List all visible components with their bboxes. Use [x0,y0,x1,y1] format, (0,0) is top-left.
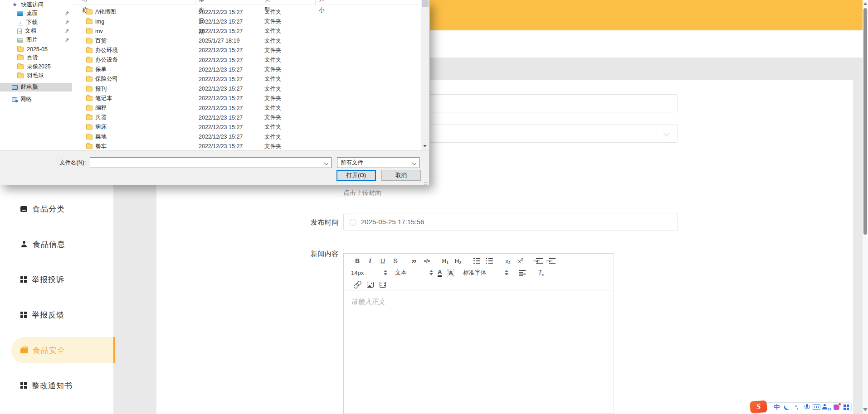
column-header[interactable]: 名称 [82,0,88,5]
scroll-down-arrow-icon[interactable] [423,145,427,147]
link-icon[interactable] [351,279,364,290]
file-row[interactable]: 百货2025/1/27 18:19文件夹 [73,36,415,46]
publish-time-label: 发布时间 [254,218,339,227]
filename-input[interactable] [92,158,321,167]
italic-icon[interactable]: I [364,255,376,266]
dialog-nav-item[interactable]: 百货 [0,53,72,62]
video-icon[interactable] [376,279,389,290]
dialog-nav-item[interactable]: 录像2025 [0,63,72,71]
clean-icon[interactable]: Tx [535,267,547,278]
folder-icon [86,135,93,140]
background-icon[interactable]: A [447,269,454,277]
skin-icon[interactable] [831,403,841,411]
file-name: 病床 [95,123,107,131]
dialog-scrollbar[interactable] [421,0,429,150]
font-picker-value: 标准字体 [463,269,487,277]
chevron-down-icon[interactable] [324,161,329,165]
file-row[interactable]: img2022/12/23 15:27文件夹 [73,17,415,26]
ordered-list-icon[interactable] [470,255,483,266]
strike-icon[interactable]: S [389,255,402,266]
cancel-button[interactable]: 取消 [381,170,421,181]
sidebar-item[interactable]: 举报反馈 [0,302,113,328]
column-header[interactable]: 大小 [319,0,325,5]
folder-icon [86,58,93,63]
file-row[interactable]: 菜地2022/12/23 15:27文件夹 [73,132,415,142]
header1-icon[interactable]: H1 [439,255,452,266]
file-row[interactable]: 保险公司2022/12/23 15:27文件夹 [73,74,415,84]
superscript-icon[interactable]: x2 [514,255,527,266]
dialog-scrollbar-thumb[interactable] [422,0,429,7]
file-row[interactable]: mv2022/12/23 15:27文件夹 [73,26,415,36]
blockquote-icon[interactable]: ” [408,255,420,266]
page-scrollbar-thumb[interactable] [863,8,867,235]
outdent-icon[interactable] [533,255,546,266]
size-picker[interactable]: 14px [351,267,389,278]
download-icon [17,19,23,25]
punctuation-icon[interactable]: °, [792,403,802,411]
column-header[interactable]: 类型 [264,0,270,5]
bold-icon-glyph: B [355,257,360,265]
ime-mode-toggle[interactable]: 中 [772,403,782,411]
file-row[interactable]: 办公设备2022/12/23 15:27文件夹 [73,55,415,65]
dialog-nav-item[interactable]: 快速访问 [0,0,72,9]
sidebar-item[interactable]: 整改通知书 [0,372,113,399]
keyboard-icon[interactable] [812,403,822,411]
folder-icon [86,87,93,91]
sidebar-item[interactable]: 举报投诉 [0,266,113,293]
file-row[interactable]: 笔记本2022/12/23 15:27文件夹 [73,94,415,103]
sidebar-item[interactable]: 食品信息 [0,231,113,257]
dialog-nav-item[interactable]: 桌面 [0,9,72,18]
dialog-nav-item[interactable]: 图片 [0,36,72,44]
file-row[interactable]: A轮播图2022/12/23 15:27文件夹 [73,7,415,17]
resize-grip[interactable] [426,182,427,183]
dialog-nav-label: 桌面 [26,10,38,17]
dialog-nav-item[interactable]: 羽毛球 [0,72,72,80]
file-row[interactable]: 保单2022/12/23 15:27文件夹 [73,65,415,74]
link-icon [354,281,361,288]
dialog-nav-label: 网络 [20,96,32,103]
dialog-nav-item[interactable]: 下载 [0,18,72,27]
dialog-nav-label: 下载 [26,19,38,26]
toolbox-grid-icon[interactable] [841,403,851,411]
dialog-nav-item[interactable]: 网络 [0,95,72,104]
editor-placeholder[interactable]: 请输入正文 [351,298,385,306]
underline-icon[interactable]: U [376,255,389,266]
upload-caption[interactable]: 点击上传封面 [343,189,381,197]
filetype-select[interactable]: 所有文件 [337,157,419,168]
sidebar-item[interactable]: 食品分类 [0,196,113,222]
file-row[interactable]: 病床2022/12/23 15:27文件夹 [73,122,415,132]
file-row[interactable]: 编程2022/12/23 15:27文件夹 [73,103,415,113]
sidebar-item[interactable]: 食品安全 [0,337,113,363]
indent-icon[interactable] [546,255,558,266]
code-icon[interactable]: </> [420,255,433,266]
scroll-down-arrow-icon[interactable] [863,408,868,411]
filename-combobox[interactable] [90,157,332,168]
font-picker[interactable]: 标准字体 [463,267,510,278]
dialog-nav-item[interactable]: 此电脑 [0,83,72,91]
image-icon[interactable] [364,279,376,290]
open-button[interactable]: 打开(O) [336,170,376,181]
microphone-icon[interactable] [802,403,812,411]
file-row[interactable]: 餐车2022/12/23 15:27文件夹 [73,142,415,151]
color-icon[interactable]: A [438,269,442,277]
file-row[interactable]: 办公环境2022/12/23 15:27文件夹 [73,46,415,55]
ime-badge: 19 [827,408,831,411]
style-picker[interactable]: 文本 [395,267,435,278]
dialog-nav-item[interactable]: 2025-05 [0,45,72,53]
column-header[interactable]: 修改日期 [199,0,205,5]
page-scrollbar[interactable] [863,0,868,414]
header2-icon[interactable]: H2 [452,255,464,266]
align-icon[interactable] [516,267,529,278]
moon-icon[interactable] [782,403,792,411]
file-row[interactable]: 报刊2022/12/23 15:27文件夹 [73,84,415,94]
bold-icon[interactable]: B [351,255,364,266]
publish-time-input[interactable]: 2025-05-25 17:15:56 [343,213,678,231]
bullet-list-icon[interactable] [483,255,496,266]
pictures-icon [17,38,23,43]
dialog-nav-item[interactable]: 文档 [0,27,72,35]
user-icon[interactable]: 19 [821,403,831,411]
file-row[interactable]: 兵器2022/12/23 15:27文件夹 [73,113,415,122]
scroll-up-arrow-icon[interactable] [863,2,867,5]
sogou-logo-icon[interactable]: S [750,400,767,414]
subscript-icon[interactable]: x2 [502,255,514,266]
